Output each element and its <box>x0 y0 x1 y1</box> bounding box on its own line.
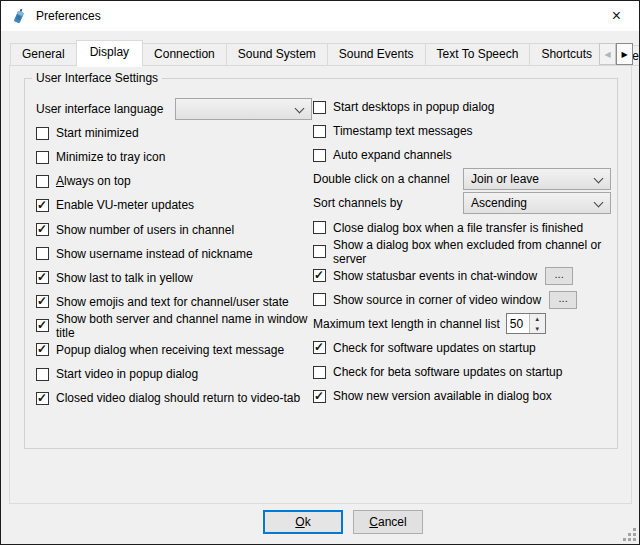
double-click-label: Double click on a channel <box>313 172 463 186</box>
check-icon: ✓ <box>37 391 47 405</box>
spin-up-icon: ▲ <box>530 316 545 322</box>
row-popup-text-message[interactable]: ✓ Popup dialog when receiving text messa… <box>36 338 312 362</box>
checkbox-label: Show both server and channel name in win… <box>56 312 312 340</box>
row-start-video-popup[interactable]: ✓ Start video in popup dialog <box>36 362 312 386</box>
spinner-buttons: ▲ ▼ <box>529 314 545 333</box>
checkbox-always-on-top[interactable]: ✓ <box>36 175 49 188</box>
chevron-down-icon <box>594 174 604 184</box>
row-max-text-length: Maximum text length in channel list 50 ▲… <box>313 312 615 336</box>
checkbox-close-dialog-file-transfer[interactable]: ✓ <box>313 221 326 234</box>
scroll-left-icon: ◀ <box>604 50 610 59</box>
checkbox-check-updates[interactable]: ✓ <box>313 341 326 354</box>
statusbar-events-options-button[interactable]: ... <box>545 267 573 285</box>
row-show-new-version[interactable]: ✓ Show new version available in dialog b… <box>313 384 615 408</box>
sort-channels-label: Sort channels by <box>313 196 463 210</box>
checkbox-auto-expand-channels[interactable]: ✓ <box>313 149 326 162</box>
window-title: Preferences <box>36 9 101 23</box>
checkbox-show-new-version[interactable]: ✓ <box>313 390 326 403</box>
row-close-dialog-file-transfer[interactable]: ✓ Close dialog box when a file transfer … <box>313 215 615 239</box>
chevron-down-icon <box>295 104 305 114</box>
checkbox-start-desktops-popup[interactable]: ✓ <box>313 101 326 114</box>
row-show-server-channel-title[interactable]: ✓ Show both server and channel name in w… <box>36 314 312 338</box>
row-source-corner-video[interactable]: ✓ Show source in corner of video window … <box>313 288 615 312</box>
ok-button[interactable]: Ok <box>263 510 343 534</box>
close-icon: × <box>612 7 621 25</box>
tab-scroll-right-button[interactable]: ▶ <box>616 43 633 65</box>
tab-shortcuts[interactable]: Shortcuts <box>529 43 604 66</box>
tab-display[interactable]: Display <box>76 40 143 67</box>
sort-channels-combobox[interactable]: Ascending <box>463 192 611 214</box>
checkbox-show-username[interactable]: ✓ <box>36 247 49 260</box>
spinner-down-button[interactable]: ▼ <box>530 324 545 334</box>
right-column: ✓ Start desktops in popup dialog ✓ Times… <box>313 95 615 408</box>
check-icon: ✓ <box>314 268 324 282</box>
checkbox-source-corner-video[interactable]: ✓ <box>313 293 326 306</box>
checkbox-closed-video-return[interactable]: ✓ <box>36 392 49 405</box>
tab-text-to-speech[interactable]: Text To Speech <box>425 43 531 66</box>
checkbox-timestamp-messages[interactable]: ✓ <box>313 125 326 138</box>
checkbox-show-server-channel-title[interactable]: ✓ <box>36 319 49 332</box>
check-icon: ✓ <box>37 294 47 308</box>
tab-scroll-left-button[interactable]: ◀ <box>599 43 616 65</box>
checkbox-start-video-popup[interactable]: ✓ <box>36 368 49 381</box>
checkbox-label: Auto expand channels <box>333 148 452 162</box>
row-show-emojis[interactable]: ✓ Show emojis and text for channel/user … <box>36 290 312 314</box>
tab-sound-system[interactable]: Sound System <box>226 43 328 66</box>
row-closed-video-return[interactable]: ✓ Closed video dialog should return to v… <box>36 386 312 410</box>
checkbox-label: Show new version available in dialog box <box>333 389 552 403</box>
row-always-on-top[interactable]: ✓ Always on top <box>36 169 312 193</box>
resize-grip[interactable] <box>623 528 636 541</box>
checkbox-label: Check for beta software updates on start… <box>333 365 562 379</box>
preferences-dialog: Preferences × General Display Connection… <box>0 0 640 545</box>
checkbox-label: Show emojis and text for channel/user st… <box>56 295 289 309</box>
close-button[interactable]: × <box>594 1 639 31</box>
checkbox-label: Show last to talk in yellow <box>56 271 193 285</box>
checkbox-label: Start desktops in popup dialog <box>333 100 494 114</box>
display-tab-pane: User Interface Settings User interface l… <box>9 65 632 504</box>
checkbox-label: Start minimized <box>56 126 139 140</box>
row-check-updates[interactable]: ✓ Check for software updates on startup <box>313 336 615 360</box>
title-bar[interactable]: Preferences × <box>1 1 639 31</box>
row-check-beta-updates[interactable]: ✓ Check for beta software updates on sta… <box>313 360 615 384</box>
checkbox-check-beta-updates[interactable]: ✓ <box>313 366 326 379</box>
max-text-length-value[interactable]: 50 <box>507 314 529 333</box>
checkbox-label: Minimize to tray icon <box>56 150 165 164</box>
tab-sound-events[interactable]: Sound Events <box>327 43 426 66</box>
checkbox-label: Show username instead of nickname <box>56 247 253 261</box>
row-enable-vu-meter[interactable]: ✓ Enable VU-meter updates <box>36 193 312 217</box>
video-source-options-button[interactable]: ... <box>549 291 577 309</box>
checkbox-minimize-to-tray[interactable]: ✓ <box>36 151 49 164</box>
row-minimize-to-tray[interactable]: ✓ Minimize to tray icon <box>36 145 312 169</box>
checkbox-show-last-to-talk[interactable]: ✓ <box>36 271 49 284</box>
double-click-combobox[interactable]: Join or leave <box>463 168 611 190</box>
row-dialog-when-excluded[interactable]: ✓ Show a dialog box when excluded from c… <box>313 240 615 264</box>
checkbox-enable-vu-meter[interactable]: ✓ <box>36 199 49 212</box>
checkbox-label: Always on top <box>56 174 131 188</box>
checkbox-popup-text-message[interactable]: ✓ <box>36 343 49 356</box>
check-icon: ✓ <box>314 389 324 403</box>
row-show-last-to-talk[interactable]: ✓ Show last to talk in yellow <box>36 266 312 290</box>
checkbox-start-minimized[interactable]: ✓ <box>36 127 49 140</box>
spinner-up-button[interactable]: ▲ <box>530 314 545 324</box>
checkbox-show-number-of-users[interactable]: ✓ <box>36 223 49 236</box>
checkbox-label: Closed video dialog should return to vid… <box>56 391 300 405</box>
checkbox-label: Start video in popup dialog <box>56 367 198 381</box>
row-start-minimized[interactable]: ✓ Start minimized <box>36 121 312 145</box>
checkbox-statusbar-events[interactable]: ✓ <box>313 269 326 282</box>
row-auto-expand-channels[interactable]: ✓ Auto expand channels <box>313 143 615 167</box>
cancel-button[interactable]: Cancel <box>353 510 423 534</box>
checkbox-dialog-when-excluded[interactable]: ✓ <box>313 245 326 258</box>
row-show-username[interactable]: ✓ Show username instead of nickname <box>36 242 312 266</box>
row-show-number-of-users[interactable]: ✓ Show number of users in channel <box>36 217 312 241</box>
tab-connection[interactable]: Connection <box>142 43 227 66</box>
row-timestamp-messages[interactable]: ✓ Timestamp text messages <box>313 119 615 143</box>
checkbox-show-emojis[interactable]: ✓ <box>36 295 49 308</box>
check-icon: ✓ <box>37 222 47 236</box>
language-combobox[interactable] <box>175 98 312 120</box>
row-start-desktops-popup[interactable]: ✓ Start desktops in popup dialog <box>313 95 615 119</box>
tab-general[interactable]: General <box>10 43 77 66</box>
row-statusbar-events[interactable]: ✓ Show statusbar events in chat-window .… <box>313 264 615 288</box>
checkbox-label: Popup dialog when receiving text message <box>56 343 284 357</box>
user-interface-settings-group: User Interface Settings User interface l… <box>24 78 618 449</box>
check-icon: ✓ <box>37 342 47 356</box>
